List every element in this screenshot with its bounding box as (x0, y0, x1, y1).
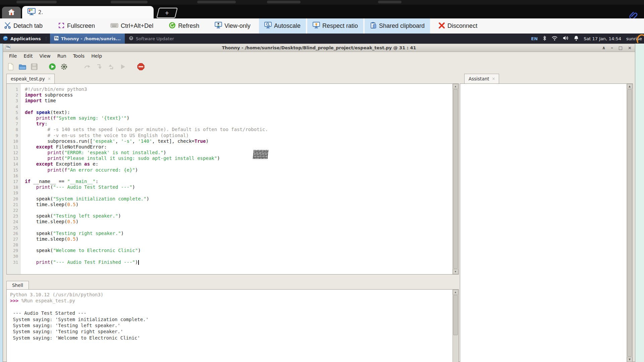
scroll-down-icon[interactable]: ▼ (453, 269, 458, 274)
assistant-scrollbar-thumb[interactable] (627, 89, 632, 357)
line-number: 31 (7, 259, 20, 265)
code-text (20, 225, 25, 231)
line-number: 26 (7, 231, 20, 236)
thonny-logo-icon: Th (54, 36, 59, 42)
menu-view[interactable]: View (36, 52, 54, 60)
code-text: time.sleep(0.5) (20, 236, 78, 242)
code-line: 30 (7, 253, 459, 259)
shell-panel[interactable]: Python 3.10.12 (/usr/bin/python3)>>> %Ru… (6, 289, 459, 362)
minimize-window-icon[interactable]: – (611, 46, 613, 50)
shell-line: System saying: 'Testing right speaker.' (10, 328, 459, 335)
session-tab[interactable]: 2. (22, 6, 154, 18)
code-line: 10 subprocess.run(['espeak', '-s', '140'… (7, 138, 459, 144)
open-file-button[interactable] (18, 62, 27, 71)
step-into-button[interactable] (95, 62, 104, 71)
code-line: 1#!/usr/bin/env python3 (7, 86, 459, 92)
menu-run[interactable]: Run (54, 52, 70, 60)
new-file-button[interactable] (6, 62, 15, 71)
maximize-window-icon[interactable]: □ (619, 46, 623, 50)
volume-icon[interactable] (563, 36, 569, 42)
desktop-taskbar: Applications ⋮ Th Thonny - /home/sunris.… (0, 34, 644, 44)
menu-tools[interactable]: Tools (70, 52, 88, 60)
shell-tab[interactable]: Shell (6, 281, 29, 289)
menu-help[interactable]: Help (88, 52, 105, 60)
assistant-tab[interactable]: Assistant × (464, 74, 499, 83)
thonny-toolbar (3, 60, 635, 73)
save-file-button[interactable] (30, 62, 39, 71)
shell-line: --- Audio Test Started --- (10, 310, 459, 316)
editor-scrollbar-thumb[interactable] (453, 89, 458, 269)
ctrl-alt-del-button[interactable]: Ctrl+Alt+Del (107, 18, 157, 34)
run-script-button[interactable] (48, 62, 57, 71)
keyboard-layout-indicator[interactable]: EN (531, 36, 538, 41)
taskbar-window-thonny[interactable]: Th Thonny - /home/sunris... (50, 34, 125, 44)
code-line: 18 print("--- Audio Test Started ---") (7, 184, 459, 190)
step-out-button[interactable] (107, 62, 115, 71)
editor-scrollbar[interactable]: ▲ ▼ (452, 84, 459, 274)
scroll-down-icon[interactable]: ▼ (627, 357, 632, 362)
autoscale-button[interactable]: Autoscale (259, 18, 306, 34)
view-only-button[interactable]: View-only (211, 18, 254, 34)
close-tab-icon[interactable]: × (492, 76, 495, 81)
close-window-icon[interactable]: × (628, 46, 632, 50)
code-line: 13 print("Please install it using: sudo … (7, 156, 459, 161)
assistant-scrollbar[interactable]: ▲ ▼ (627, 84, 633, 362)
shell-lines: Python 3.10.12 (/usr/bin/python3)>>> %Ru… (7, 290, 459, 341)
remote-viewer-toolbar: Detach tab Fullscreen Ctrl+Alt+Del Refre… (0, 18, 644, 34)
code-text (20, 190, 25, 196)
scroll-up-icon[interactable]: ▲ (453, 84, 458, 89)
screen: 2. + Detach tab Fullscreen Ctrl+Alt+Del … (0, 0, 644, 362)
code-text (20, 207, 25, 213)
stop-button[interactable] (137, 62, 145, 71)
thonny-titlebar[interactable]: Th Thonny - /home/sunrise/Desktop/Blind_… (3, 44, 635, 52)
shell-line: System saying: 'System initialization co… (10, 316, 459, 322)
line-number: 19 (7, 190, 20, 196)
assistant-panel[interactable]: ▲ ▼ (460, 83, 633, 362)
respect-ratio-button[interactable]: Respect ratio (307, 18, 363, 34)
clock[interactable]: Sat 17 Jan, 14:54 (584, 36, 621, 41)
code-text: try: (20, 121, 47, 127)
code-text: print(f"An error occurred: {e}") (20, 167, 138, 173)
close-tab-icon[interactable]: × (48, 76, 51, 81)
desktop-background-strip (635, 44, 644, 362)
line-number: 20 (7, 196, 20, 202)
code-line: 23 speak("Testing left speaker.") (7, 213, 459, 219)
shade-window-icon[interactable]: ∧ (602, 46, 606, 50)
home-tab[interactable] (2, 7, 21, 18)
resume-button[interactable] (118, 62, 127, 71)
refresh-button[interactable]: Refresh (165, 18, 203, 34)
scroll-up-icon[interactable]: ▲ (627, 84, 632, 89)
editor-tab-espeak-test[interactable]: espeak_test.py × (6, 74, 55, 83)
monitor-ratio-icon (313, 22, 320, 30)
applications-menu-button[interactable]: Applications (0, 34, 44, 44)
code-text: speak("Testing left speaker.") (20, 213, 121, 219)
plus-icon: + (165, 10, 169, 16)
code-text: if __name__ == "__main__": (20, 179, 98, 184)
step-over-button[interactable] (83, 62, 92, 71)
debug-button[interactable] (60, 62, 68, 71)
taskbar-window-software-updater[interactable]: Software Updater (125, 34, 178, 44)
clipped-menu-item (16, 1, 57, 3)
code-text: print("ERROR: 'espeak' is not installed.… (20, 150, 166, 156)
line-number: 3 (7, 98, 20, 104)
line-number: 13 (7, 156, 20, 161)
code-text: def speak(text): (20, 110, 70, 115)
notifications-bell-icon[interactable] (574, 36, 579, 42)
clipped-menu-item (378, 1, 401, 3)
new-tab-button[interactable]: + (156, 8, 178, 18)
shell-line (10, 304, 459, 310)
bluetooth-icon[interactable] (543, 36, 546, 42)
code-editor[interactable]: 1#!/usr/bin/env python32import subproces… (6, 83, 459, 275)
menu-file[interactable]: File (6, 52, 20, 60)
disconnect-button[interactable]: Disconnect (435, 18, 481, 34)
scroll-up-icon[interactable]: ▲ (453, 290, 458, 295)
shell-scrollbar[interactable]: ▲ (452, 290, 459, 362)
shared-clipboard-button[interactable]: Shared clipboard (365, 18, 430, 34)
menu-edit[interactable]: Edit (20, 52, 36, 60)
line-number: 14 (7, 161, 20, 167)
shell-scrollbar-thumb[interactable] (453, 295, 458, 335)
fullscreen-button[interactable]: Fullscreen (55, 18, 98, 34)
wifi-icon[interactable] (551, 36, 558, 42)
code-text: # -s 140 sets the speed (words per minut… (20, 127, 268, 132)
detach-tab-button[interactable]: Detach tab (1, 18, 46, 34)
